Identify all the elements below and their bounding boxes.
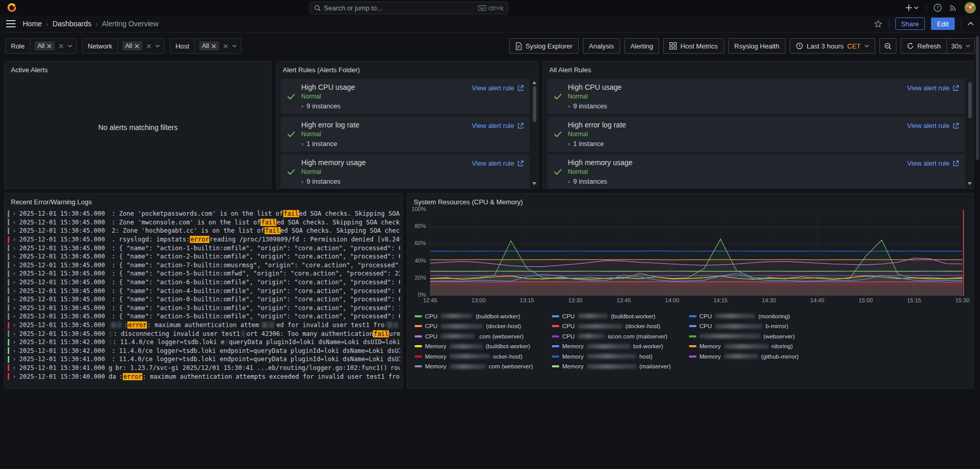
alert-rule-name: High CPU usage bbox=[568, 83, 907, 91]
legend-item[interactable]: CPU (buildbot-worker) bbox=[552, 311, 687, 321]
refresh-interval-dropdown[interactable]: 30s bbox=[947, 38, 975, 54]
time-range-picker[interactable]: Last 3 hours CET bbox=[790, 38, 875, 54]
view-alert-rule-link[interactable]: View alert rule bbox=[472, 83, 524, 110]
refresh-button[interactable]: Refresh bbox=[901, 38, 948, 54]
clear-icon[interactable] bbox=[47, 44, 52, 48]
alert-rule-instances[interactable]: ›9 instances bbox=[568, 177, 907, 185]
clear-icon[interactable] bbox=[59, 44, 63, 48]
log-row: › 2025-12-01 15:30:45.000: { "name": "ac… bbox=[8, 312, 400, 321]
clear-icon[interactable] bbox=[135, 44, 139, 48]
legend-item[interactable]: CPU (docker-host) bbox=[415, 321, 550, 332]
log-expand-arrow[interactable]: › bbox=[12, 364, 16, 371]
log-expand-arrow[interactable]: › bbox=[12, 210, 16, 217]
log-expand-arrow[interactable]: › bbox=[12, 236, 16, 243]
log-level-bar bbox=[8, 330, 9, 337]
link-button-syslog-explorer[interactable]: Syslog Explorer bbox=[509, 38, 579, 54]
log-expand-arrow[interactable]: › bbox=[12, 338, 16, 346]
chevron-down-icon[interactable] bbox=[68, 44, 72, 47]
scroll-up-arrow[interactable] bbox=[532, 81, 536, 84]
star-icon[interactable] bbox=[874, 20, 883, 28]
legend-item[interactable]: CPU .com (webserver) bbox=[415, 331, 550, 342]
breadcrumb-item[interactable]: Alerting Overview bbox=[102, 20, 159, 28]
log-expand-arrow[interactable]: › bbox=[12, 287, 16, 295]
log-expand-arrow[interactable]: › bbox=[12, 227, 16, 234]
log-expand-arrow[interactable]: › bbox=[12, 296, 16, 303]
legend-item[interactable]: Memory nitoring) bbox=[689, 342, 824, 352]
view-alert-rule-link[interactable]: View alert rule bbox=[472, 158, 524, 185]
avatar[interactable] bbox=[965, 2, 976, 13]
log-expand-arrow[interactable]: › bbox=[12, 270, 16, 277]
timeseries-plot[interactable] bbox=[428, 209, 966, 297]
legend-item[interactable]: Memory (mailserver) bbox=[552, 362, 687, 372]
grafana-logo[interactable] bbox=[6, 2, 18, 13]
log-row: › 2025-12-01 15:30:45.000: { "name": "ac… bbox=[8, 304, 400, 313]
chevron-down-icon[interactable] bbox=[155, 44, 160, 47]
link-button-alerting[interactable]: Alerting bbox=[624, 38, 659, 54]
legend-item[interactable]: Memory ocker-host) bbox=[415, 351, 550, 362]
view-alert-rule-link[interactable]: View alert rule bbox=[907, 121, 959, 148]
chevron-down-icon[interactable] bbox=[232, 44, 237, 47]
log-expand-arrow[interactable]: › bbox=[12, 279, 16, 286]
alert-rule-instances[interactable]: ›9 instances bbox=[301, 102, 472, 110]
clear-icon[interactable] bbox=[146, 44, 151, 48]
alert-rule-instances[interactable]: ›9 instances bbox=[301, 177, 472, 185]
log-expand-arrow[interactable]: › bbox=[12, 304, 16, 312]
filter-network[interactable]: Network All bbox=[82, 38, 165, 54]
legend-item[interactable]: CPU (docker-host) bbox=[552, 321, 687, 332]
legend-item[interactable]: Memory host) bbox=[552, 351, 687, 362]
view-alert-rule-link[interactable]: View alert rule bbox=[907, 158, 959, 185]
filter-role[interactable]: Role All bbox=[5, 38, 77, 54]
scrollbar-thumb[interactable] bbox=[968, 82, 972, 118]
link-button-host-metrics[interactable]: Host Metrics bbox=[663, 38, 724, 54]
legend-item[interactable]: Memory com (webserver) bbox=[415, 362, 550, 372]
log-expand-arrow[interactable]: › bbox=[12, 245, 16, 252]
legend-item[interactable]: Memory (buildbot-worker) bbox=[415, 342, 550, 352]
alert-rule-instances[interactable]: ›1 instance bbox=[301, 140, 472, 148]
x-tick-label: 13:45 bbox=[617, 297, 631, 303]
legend-item[interactable]: CPU (monitoring) bbox=[689, 311, 824, 321]
share-button[interactable]: Share bbox=[895, 18, 925, 30]
view-alert-rule-link[interactable]: View alert rule bbox=[907, 83, 959, 110]
legend-item[interactable]: CPU b-mirror) bbox=[689, 321, 824, 332]
news-button[interactable] bbox=[949, 4, 957, 12]
filter-value-chip[interactable]: All bbox=[122, 41, 142, 51]
link-button-rsyslog-health[interactable]: Rsyslog Health bbox=[728, 38, 786, 54]
scroll-down-arrow[interactable] bbox=[968, 182, 972, 185]
view-alert-rule-link[interactable]: View alert rule bbox=[472, 121, 524, 148]
help-button[interactable]: ? bbox=[934, 4, 942, 12]
log-expand-arrow[interactable]: › bbox=[12, 373, 16, 380]
log-expand-arrow[interactable]: › bbox=[12, 253, 16, 260]
legend-item[interactable]: CPU (buildbot-worker) bbox=[415, 311, 550, 321]
link-button-analysis[interactable]: Analysis bbox=[583, 38, 620, 54]
log-expand-arrow[interactable]: › bbox=[12, 347, 16, 354]
filter-label: Network bbox=[83, 39, 118, 53]
legend-item[interactable]: Memory (github-mirror) bbox=[689, 351, 824, 362]
alert-rule-instances[interactable]: ›9 instances bbox=[568, 102, 907, 110]
log-expand-arrow[interactable]: › bbox=[12, 219, 16, 226]
add-button[interactable] bbox=[905, 4, 919, 11]
alert-rule-instances[interactable]: ›1 instance bbox=[568, 140, 907, 148]
scrollbar-thumb[interactable] bbox=[533, 86, 536, 122]
search-input[interactable]: Search or jump to... ctrl+k bbox=[309, 2, 508, 14]
log-expand-arrow[interactable]: › bbox=[12, 330, 16, 337]
filter-value-chip[interactable]: All bbox=[35, 41, 55, 51]
legend-item[interactable]: (webserver) bbox=[689, 331, 824, 342]
page-scrollbar[interactable] bbox=[976, 36, 979, 160]
collapse-chevron-icon[interactable] bbox=[968, 22, 974, 26]
breadcrumb-item[interactable]: Home bbox=[23, 20, 42, 28]
log-expand-arrow[interactable]: › bbox=[12, 355, 16, 363]
filter-host[interactable]: Host All bbox=[170, 38, 241, 54]
clear-icon[interactable] bbox=[223, 44, 228, 48]
breadcrumb-item[interactable]: Dashboards bbox=[53, 20, 92, 28]
legend-item[interactable]: Memory bot-worker) bbox=[552, 342, 687, 352]
scroll-down-arrow[interactable] bbox=[532, 182, 536, 185]
log-expand-arrow[interactable]: › bbox=[12, 313, 16, 320]
edit-button[interactable]: Edit bbox=[931, 18, 955, 30]
zoom-out-button[interactable] bbox=[879, 38, 896, 54]
legend-item[interactable]: CPU iscon.com (mailserver) bbox=[552, 331, 687, 342]
filter-value-chip[interactable]: All bbox=[199, 41, 219, 51]
log-expand-arrow[interactable]: › bbox=[12, 321, 16, 329]
log-expand-arrow[interactable]: › bbox=[12, 262, 16, 269]
clear-icon[interactable] bbox=[211, 44, 216, 48]
menu-icon[interactable] bbox=[6, 20, 15, 27]
